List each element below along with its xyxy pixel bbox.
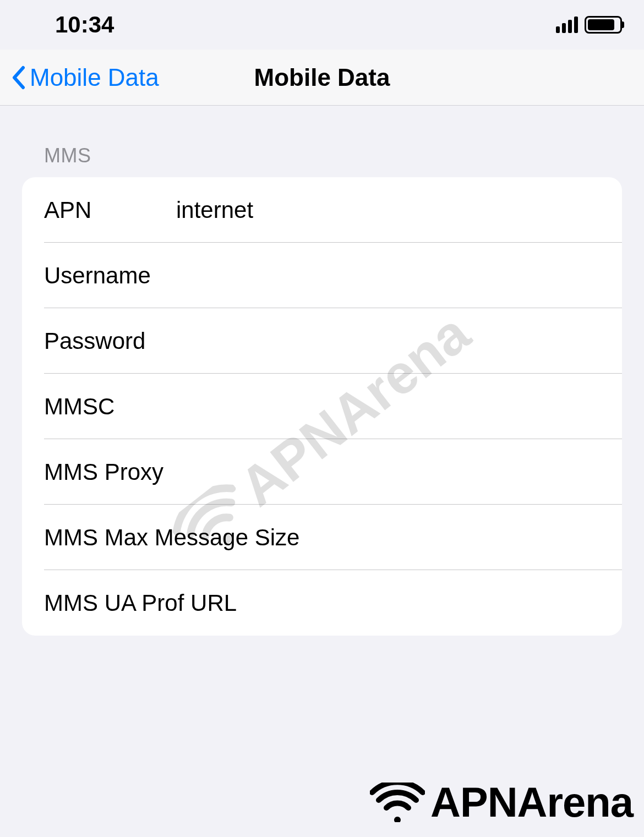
navigation-bar: Mobile Data Mobile Data <box>0 50 644 106</box>
row-mms-proxy[interactable]: MMS Proxy <box>22 439 622 505</box>
row-mmsc[interactable]: MMSC <box>22 374 622 439</box>
row-mms-max-size[interactable]: MMS Max Message Size <box>22 505 622 570</box>
row-label: Password <box>44 328 176 354</box>
back-button[interactable]: Mobile Data <box>0 64 159 91</box>
row-mms-ua-prof-url[interactable]: MMS UA Prof URL <box>22 570 622 636</box>
mms-max-size-input[interactable] <box>299 524 600 551</box>
battery-icon <box>585 16 622 34</box>
status-indicators <box>556 16 622 34</box>
row-label: MMSC <box>44 393 176 420</box>
wifi-icon <box>370 783 425 822</box>
mms-ua-prof-url-input[interactable] <box>237 590 600 616</box>
row-label: Username <box>44 262 176 289</box>
password-input[interactable] <box>176 328 600 354</box>
page-title: Mobile Data <box>254 64 390 91</box>
row-label: MMS Proxy <box>44 459 176 485</box>
back-button-label: Mobile Data <box>30 64 159 91</box>
status-time: 10:34 <box>55 12 114 38</box>
row-label: MMS Max Message Size <box>44 524 299 551</box>
status-bar: 10:34 <box>0 0 644 50</box>
row-label: MMS UA Prof URL <box>44 590 237 616</box>
row-label: APN <box>44 197 176 223</box>
section-header-mms: MMS <box>0 144 644 177</box>
watermark-bottom: APNArena <box>370 778 633 826</box>
watermark-text: APNArena <box>430 778 633 826</box>
settings-group-mms: APN Username Password MMSC MMS Proxy MMS… <box>22 177 622 636</box>
cellular-signal-icon <box>556 17 578 33</box>
chevron-left-icon <box>11 65 25 90</box>
apn-input[interactable] <box>176 197 600 223</box>
row-apn[interactable]: APN <box>22 177 622 243</box>
mms-proxy-input[interactable] <box>176 459 600 485</box>
content: MMS APN Username Password MMSC MMS Proxy… <box>0 106 644 636</box>
username-input[interactable] <box>176 262 600 289</box>
mmsc-input[interactable] <box>176 393 600 420</box>
row-username[interactable]: Username <box>22 243 622 308</box>
row-password[interactable]: Password <box>22 308 622 374</box>
